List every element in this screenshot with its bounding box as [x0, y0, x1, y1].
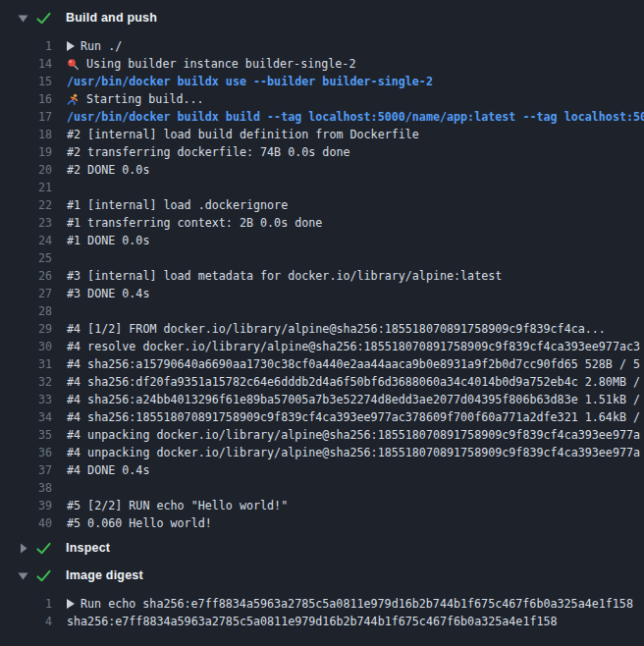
log-line-number[interactable]: 25 [0, 251, 52, 265]
log-line-content: #2 [internal] load build definition from… [67, 128, 644, 141]
log-line-text: #4 unpacking docker.io/library/alpine@sh… [67, 446, 640, 459]
log-line-number[interactable]: 38 [0, 481, 52, 495]
log-line-text: Run echo sha256:e7ff8834a5963a2785c5a081… [80, 597, 633, 611]
log-line-content: #3 [internal] load metadata for docker.i… [67, 269, 644, 283]
log-line-text: #5 [2/2] RUN echo "Hello world!" [67, 499, 288, 512]
log-line-content: #1 DONE 0.0s [67, 234, 644, 247]
log-line: 27 #3 DONE 0.4s [0, 285, 644, 302]
log-line-number[interactable]: 32 [0, 375, 52, 389]
log-line-text: #2 DONE 0.0s [67, 163, 149, 177]
log-line-content: /usr/bin/docker buildx use --builder bui… [67, 75, 644, 88]
log-line-text: #2 [internal] load build definition from… [67, 128, 419, 141]
log-line-number[interactable]: 4 [0, 615, 52, 628]
log-line-content: #5 0.060 Hello world! [67, 516, 644, 530]
log-line: 25 [0, 249, 644, 267]
check-success-icon [36, 11, 51, 25]
log-line-text: #4 DONE 0.4s [67, 463, 149, 477]
log-line-number[interactable]: 26 [0, 269, 52, 283]
section-toggle-chevron-icon[interactable] [17, 12, 29, 25]
pushpin-icon [67, 58, 80, 71]
section-header-image-digest[interactable]: Image digest [0, 564, 644, 587]
log-line: 40 #5 0.060 Hello world! [0, 514, 644, 532]
log-line-content: #4 [1/2] FROM docker.io/library/alpine@s… [67, 322, 644, 336]
log-line-number[interactable]: 24 [0, 234, 52, 247]
log-line-number[interactable]: 35 [0, 428, 52, 442]
section-title: Build and push [66, 11, 157, 25]
log-line-number[interactable]: 22 [0, 198, 52, 212]
log-line: 19 #2 transferring dockerfile: 74B 0.0s … [0, 143, 644, 161]
log-section-image-digest: Image digest 1 Run echo sha256:e7ff8834a… [0, 564, 644, 630]
log-line-text: #1 [internal] load .dockerignore [67, 198, 288, 212]
log-line-number[interactable]: 28 [0, 304, 52, 318]
log-line-content: #2 DONE 0.0s [67, 163, 644, 177]
log-line-content: Run ./ [67, 39, 644, 53]
log-line-content: #4 sha256:df20fa9351a15782c64e6dddb2d4a6… [67, 375, 644, 389]
play-icon[interactable] [67, 41, 75, 51]
log-line-content: #4 unpacking docker.io/library/alpine@sh… [67, 428, 644, 442]
log-line-text: #3 [internal] load metadata for docker.i… [67, 269, 502, 283]
log-line: 39 #5 [2/2] RUN echo "Hello world!" [0, 497, 644, 514]
log-line-number[interactable]: 34 [0, 410, 52, 424]
log-line: 17 /usr/bin/docker buildx build --tag lo… [0, 108, 644, 126]
log-line-number[interactable]: 1 [0, 39, 52, 53]
log-line-number[interactable]: 23 [0, 216, 52, 230]
log-line-number[interactable]: 33 [0, 393, 52, 406]
log-line-number[interactable]: 15 [0, 75, 52, 88]
log-line-text: #4 unpacking docker.io/library/alpine@sh… [67, 428, 640, 442]
section-header-build-and-push[interactable]: Build and push [0, 6, 644, 29]
log-line-text: #2 transferring dockerfile: 74B 0.0s don… [67, 145, 350, 159]
log-line: 34 #4 sha256:185518070891758909c9f839cf4… [0, 408, 644, 426]
log-line-text: Using builder instance builder-single-2 [86, 57, 355, 71]
log-line-number[interactable]: 40 [0, 516, 52, 530]
log-line-number[interactable]: 1 [0, 597, 52, 611]
log-line-number[interactable]: 31 [0, 357, 52, 371]
log-line-number[interactable]: 19 [0, 145, 52, 159]
log-line-text: #4 [1/2] FROM docker.io/library/alpine@s… [67, 322, 606, 336]
log-line-number[interactable]: 29 [0, 322, 52, 336]
log-line-text: #1 DONE 0.0s [67, 234, 149, 247]
log-line-text: Run ./ [80, 39, 122, 53]
log-line: 15 /usr/bin/docker buildx use --builder … [0, 73, 644, 90]
play-icon[interactable] [67, 599, 75, 609]
log-line-text: /usr/bin/docker buildx build --tag local… [67, 110, 644, 124]
log-line: 36 #4 unpacking docker.io/library/alpine… [0, 444, 644, 461]
log-line: 30 #4 resolve docker.io/library/alpine@s… [0, 338, 644, 355]
log-line-text: #1 transferring context: 2B 0.0s done [67, 216, 322, 230]
log-line-number[interactable]: 18 [0, 128, 52, 141]
log-line-content: #1 transferring context: 2B 0.0s done [67, 216, 644, 230]
log-line-content: Using builder instance builder-single-2 [67, 57, 644, 71]
log-line-content: #4 unpacking docker.io/library/alpine@sh… [67, 446, 644, 459]
log-line-content: Run echo sha256:e7ff8834a5963a2785c5a081… [67, 597, 644, 611]
log-line-text: #5 0.060 Hello world! [67, 516, 212, 530]
log-line-number[interactable]: 36 [0, 446, 52, 459]
log-line: 4 sha256:e7ff8834a5963a2785c5a0811e979d1… [0, 613, 644, 630]
log-line-number[interactable]: 30 [0, 340, 52, 353]
section-title: Image digest [66, 568, 143, 582]
log-line-number[interactable]: 39 [0, 499, 52, 512]
log-line-number[interactable]: 37 [0, 463, 52, 477]
log-line-text: #3 DONE 0.4s [67, 287, 149, 300]
log-line-content: #1 [internal] load .dockerignore [67, 198, 644, 212]
section-lines: 1 Run ./ 14 Using builder instance build… [0, 37, 644, 532]
log-line-number[interactable]: 20 [0, 163, 52, 177]
log-line: 23 #1 transferring context: 2B 0.0s done [0, 214, 644, 232]
log-line: 32 #4 sha256:df20fa9351a15782c64e6dddb2d… [0, 373, 644, 391]
section-toggle-chevron-icon[interactable] [17, 542, 29, 555]
log-line-content: #3 DONE 0.4s [67, 287, 644, 300]
log-line-content: #4 sha256:a15790640a6690aa1730c38cf0a440… [67, 357, 644, 371]
log-line-number[interactable]: 17 [0, 110, 52, 124]
log-line: 18 #2 [internal] load build definition f… [0, 126, 644, 143]
runner-icon [67, 93, 80, 106]
log-line-number[interactable]: 14 [0, 57, 52, 71]
section-header-inspect[interactable]: Inspect [0, 536, 644, 560]
section-toggle-chevron-icon[interactable] [17, 569, 29, 582]
workflow-log-viewer: Build and push 1 Run ./ 14 Using builder… [0, 0, 644, 646]
log-line: 1 Run ./ [0, 37, 644, 55]
log-line-number[interactable]: 16 [0, 92, 52, 106]
log-line-number[interactable]: 21 [0, 181, 52, 194]
log-line-content: sha256:e7ff8834a5963a2785c5a0811e979d16b… [67, 615, 644, 628]
log-line-text: Starting build... [86, 92, 204, 106]
log-line: 35 #4 unpacking docker.io/library/alpine… [0, 426, 644, 444]
log-line-text: #4 sha256:a24bb4013296f61e89ba57005a7b3e… [67, 393, 640, 406]
log-line-number[interactable]: 27 [0, 287, 52, 300]
